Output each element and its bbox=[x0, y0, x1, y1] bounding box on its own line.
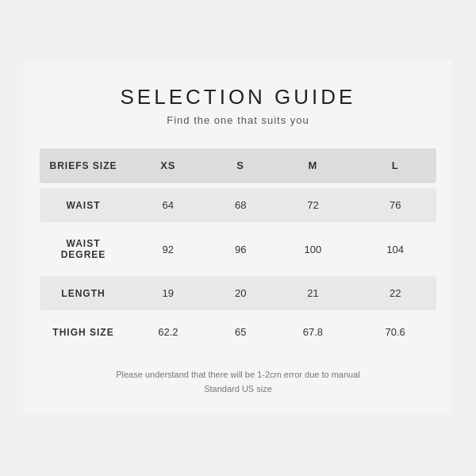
row-value: 100 bbox=[272, 227, 355, 271]
col-header-XS: XS bbox=[127, 148, 209, 184]
page-subtitle: Find the one that suits you bbox=[40, 114, 436, 126]
table-row: LENGTH19202122 bbox=[40, 276, 436, 310]
col-header-S: S bbox=[209, 148, 272, 184]
row-value: 19 bbox=[127, 276, 209, 310]
row-label: WAIST bbox=[40, 188, 127, 222]
row-value: 64 bbox=[127, 188, 209, 222]
row-value: 67.8 bbox=[272, 315, 355, 349]
footer-note: Please understand that there will be 1-2… bbox=[40, 368, 436, 396]
footer-line1: Please understand that there will be 1-2… bbox=[116, 370, 360, 379]
row-value: 22 bbox=[354, 276, 436, 310]
row-label: WAIST DEGREE bbox=[40, 227, 127, 271]
row-value: 62.2 bbox=[127, 315, 209, 349]
row-value: 70.6 bbox=[354, 315, 436, 349]
row-value: 76 bbox=[354, 188, 436, 222]
col-header-L: L bbox=[354, 148, 436, 184]
row-value: 21 bbox=[272, 276, 355, 310]
col-header-M: M bbox=[272, 148, 355, 184]
row-value: 65 bbox=[209, 315, 272, 349]
col-header-label: BRIEFS SIZE bbox=[40, 148, 127, 184]
table-row: THIGH SIZE62.26567.870.6 bbox=[40, 315, 436, 349]
row-label: THIGH SIZE bbox=[40, 315, 127, 349]
row-value: 20 bbox=[209, 276, 272, 310]
row-value: 68 bbox=[209, 188, 272, 222]
row-value: 104 bbox=[354, 227, 436, 271]
row-value: 72 bbox=[272, 188, 355, 222]
row-value: 92 bbox=[127, 227, 209, 271]
row-label: LENGTH bbox=[40, 276, 127, 310]
table-row: WAIST DEGREE9296100104 bbox=[40, 227, 436, 271]
table-row: WAIST64687276 bbox=[40, 188, 436, 222]
row-value: 96 bbox=[209, 227, 272, 271]
selection-guide-card: SELECTION GUIDE Find the one that suits … bbox=[24, 61, 452, 416]
footer-line2: Standard US size bbox=[204, 384, 272, 393]
page-title: SELECTION GUIDE bbox=[40, 85, 436, 109]
table-header-row: BRIEFS SIZEXSSML bbox=[40, 148, 436, 184]
size-table: BRIEFS SIZEXSSMLWAIST64687276WAIST DEGRE… bbox=[40, 144, 436, 355]
